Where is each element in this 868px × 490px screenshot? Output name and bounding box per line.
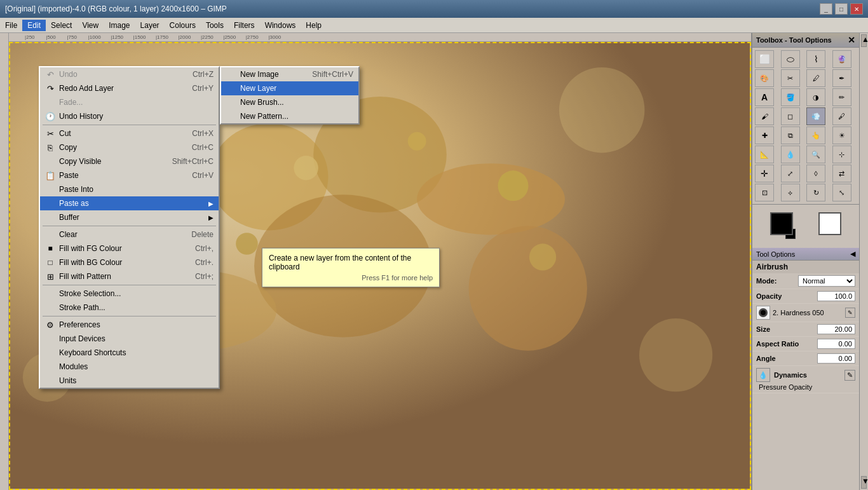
menu-item-fill-pattern[interactable]: ⊞ Fill with Pattern Ctrl+; (40, 269, 219, 283)
scrollbar-up-arrow[interactable]: ▲ (861, 34, 867, 47)
tool-eraser[interactable]: ◻ (781, 107, 800, 125)
submenu-item-new-pattern[interactable]: New Pattern... (221, 109, 358, 123)
tool-rect-select[interactable]: ⬜ (755, 50, 774, 68)
toolbox-close-icon[interactable]: ✕ (848, 35, 855, 45)
menu-select[interactable]: Select (46, 20, 77, 31)
tool-airbrush[interactable]: 💨 (806, 107, 825, 125)
menu-item-clear[interactable]: Clear Delete (40, 228, 219, 242)
canvas-area[interactable]: |250 |500 |750 |1000 |1250 |1500 |1750 |… (9, 33, 751, 490)
tool-bucket[interactable]: 🪣 (781, 88, 800, 106)
menu-view[interactable]: View (77, 20, 104, 31)
menu-filters[interactable]: Filters (229, 20, 260, 31)
new-layer-label: New Layer (240, 84, 353, 93)
tool-smudge[interactable]: 👆 (806, 126, 825, 144)
opacity-input[interactable] (817, 291, 855, 301)
close-button[interactable]: ✕ (850, 3, 863, 15)
dynamics-edit-button[interactable]: ✎ (844, 370, 855, 381)
stroke-path-icon (44, 301, 57, 314)
menu-item-fill-bg[interactable]: □ Fill with BG Colour Ctrl+. (40, 255, 219, 269)
menu-item-stroke-path[interactable]: Stroke Path... (40, 301, 219, 315)
tool-crop[interactable]: ⊡ (755, 184, 774, 201)
tool-flip[interactable]: ⇄ (832, 165, 851, 182)
input-devices-label: Input Devices (59, 334, 214, 343)
tool-fuzzy-select[interactable]: 🔮 (832, 50, 851, 68)
menu-item-input-devices[interactable]: Input Devices (40, 332, 219, 346)
tool-gradient[interactable]: ◑ (806, 88, 825, 106)
tool-perspective[interactable]: ⟡ (781, 184, 800, 201)
tool-options-header: Tool Options ◀ (752, 248, 859, 261)
tool-path[interactable]: ✒ (832, 69, 851, 87)
aspect-ratio-input[interactable] (817, 339, 855, 349)
fg-color-box[interactable] (770, 212, 793, 235)
menu-item-keyboard-shortcuts[interactable]: Keyboard Shortcuts (40, 346, 219, 360)
submenu-item-new-image[interactable]: New Image Shift+Ctrl+V (221, 67, 358, 81)
scrollbar-track[interactable] (860, 48, 868, 475)
submenu-item-new-brush[interactable]: New Brush... (221, 95, 358, 109)
opacity-label: Opacity (756, 292, 782, 300)
tool-zoom[interactable]: 🔍 (806, 146, 825, 163)
brush-preview[interactable] (756, 306, 770, 320)
menu-item-cut[interactable]: ✂ Cut Ctrl+X (40, 126, 219, 140)
menu-item-copy[interactable]: ⎘ Copy Ctrl+C (40, 140, 219, 154)
right-scrollbar[interactable]: ▲ ▼ (859, 33, 868, 490)
menu-item-stroke-selection[interactable]: Stroke Selection... (40, 287, 219, 301)
tool-rotate[interactable]: ↻ (806, 184, 825, 201)
minimize-button[interactable]: _ (820, 3, 832, 15)
tool-options-arrow[interactable]: ◀ (850, 250, 855, 258)
menu-edit[interactable]: Edit (22, 20, 46, 31)
tool-ellipse-select[interactable]: ⬭ (781, 50, 800, 68)
angle-input[interactable] (817, 353, 855, 364)
tool-move[interactable]: ✛ (755, 165, 774, 182)
menu-windows[interactable]: Windows (260, 20, 301, 31)
menu-item-units[interactable]: Units (40, 374, 219, 388)
size-input[interactable] (817, 324, 855, 334)
tool-select-color[interactable]: 🎨 (755, 69, 774, 87)
menu-item-fade[interactable]: Fade... (40, 95, 219, 109)
menu-colours[interactable]: Colours (165, 20, 201, 31)
tool-shear[interactable]: ◊ (806, 165, 825, 182)
tool-measure[interactable]: 📐 (755, 146, 774, 163)
menu-item-undo[interactable]: ↶ Undo Ctrl+Z (40, 67, 219, 81)
menu-item-paste[interactable]: 📋 Paste Ctrl+V (40, 168, 219, 182)
menu-item-redo[interactable]: ↷ Redo Add Layer Ctrl+Y (40, 81, 219, 95)
tool-clone[interactable]: ⧉ (781, 126, 800, 144)
tool-align[interactable]: ⊹ (832, 146, 851, 163)
menu-item-paste-as[interactable]: Paste as ▶ (40, 196, 219, 210)
menu-item-modules[interactable]: Modules (40, 360, 219, 374)
menu-image[interactable]: Image (104, 20, 135, 31)
menu-item-buffer[interactable]: Buffer ▶ (40, 210, 219, 224)
menu-item-undo-history[interactable]: 🕐 Undo History (40, 109, 219, 123)
tool-free-select[interactable]: ⌇ (806, 50, 825, 68)
menu-file[interactable]: File (0, 20, 22, 31)
tool-pencil[interactable]: ✏ (832, 88, 851, 106)
menu-tools[interactable]: Tools (201, 20, 229, 31)
tool-text[interactable]: A (755, 88, 774, 106)
tool-scissors[interactable]: ✂ (781, 69, 800, 87)
tool-fg-select[interactable]: 🖊 (806, 69, 825, 87)
separator-2 (43, 226, 216, 226)
maximize-button[interactable]: □ (835, 3, 848, 15)
titlebar-controls[interactable]: _ □ ✕ (820, 3, 863, 15)
edit-menu-dropdown[interactable]: ↶ Undo Ctrl+Z ↷ Redo Add Layer Ctrl+Y Fa… (39, 66, 220, 389)
scrollbar-down-arrow[interactable]: ▼ (861, 476, 867, 489)
tool-dodge-burn[interactable]: ☀ (832, 126, 851, 144)
tool-heal[interactable]: ✚ (755, 126, 774, 144)
tool-paintbrush[interactable]: 🖌 (755, 107, 774, 125)
tool-options-tab-label[interactable]: Tool Options (756, 250, 795, 258)
paste-as-submenu[interactable]: New Image Shift+Ctrl+V New Layer New Bru… (220, 66, 360, 125)
menu-item-copy-visible[interactable]: Copy Visible Shift+Ctrl+C (40, 154, 219, 168)
tool-scale[interactable]: ⤡ (832, 184, 851, 201)
tool-ink[interactable]: 🖋 (832, 107, 851, 125)
menu-layer[interactable]: Layer (135, 20, 165, 31)
menu-item-fill-fg[interactable]: ■ Fill with FG Colour Ctrl+, (40, 242, 219, 255)
menu-item-preferences[interactable]: ⚙ Preferences (40, 318, 219, 332)
brush-edit-button[interactable]: ✎ (845, 308, 855, 318)
tool-color-picker[interactable]: 💧 (781, 146, 800, 163)
clear-icon (44, 228, 57, 241)
submenu-item-new-layer[interactable]: New Layer (221, 81, 358, 95)
menu-item-paste-into[interactable]: Paste Into (40, 182, 219, 196)
mode-select[interactable]: Normal (798, 275, 855, 287)
bg-color-box[interactable] (818, 212, 841, 235)
tool-transform[interactable]: ⤢ (781, 165, 800, 182)
menu-help[interactable]: Help (301, 20, 327, 31)
